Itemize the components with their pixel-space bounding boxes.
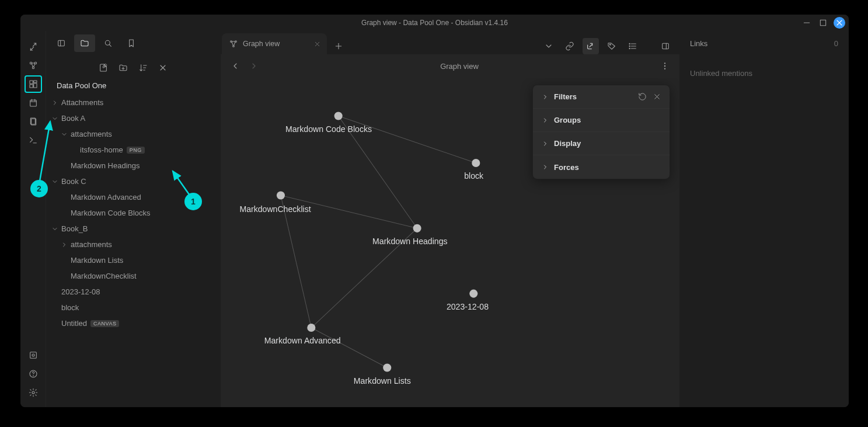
tree-item[interactable]: attachments (46, 237, 220, 252)
tree-item[interactable]: UntitledCANVAS (46, 315, 220, 331)
tree-item[interactable]: Book C (46, 173, 220, 189)
graph-node-label: block (464, 171, 484, 180)
search-tab[interactable] (97, 34, 118, 52)
tree-item-label: Markdown Advanced (71, 193, 141, 202)
more-options-button[interactable] (658, 60, 671, 72)
graph-node[interactable] (277, 191, 285, 199)
new-folder-button[interactable] (117, 61, 130, 74)
bookmarks-tab[interactable] (121, 34, 142, 52)
tab-dropdown-button[interactable] (541, 38, 557, 54)
tree-item[interactable]: block (46, 300, 220, 315)
tree-item[interactable]: Markdown Headings (46, 158, 220, 173)
tree-item-label: Attachments (61, 98, 103, 107)
chevron-down-icon[interactable] (60, 130, 68, 138)
tree-item-label: Markdown Lists (71, 256, 123, 265)
graph-node[interactable] (383, 363, 391, 372)
graph-panel-section[interactable]: Forces (533, 155, 670, 179)
graph-node[interactable] (334, 112, 343, 120)
links-count: 0 (834, 39, 838, 48)
quick-switcher-icon[interactable] (25, 38, 42, 55)
chevron-down-icon[interactable] (51, 178, 59, 186)
tree-item[interactable]: attachments (46, 126, 220, 142)
file-badge: CANVAS (90, 320, 119, 327)
settings-icon[interactable] (25, 384, 42, 401)
tree-item[interactable]: Book A (46, 110, 220, 126)
spacer (60, 193, 68, 202)
svg-point-18 (32, 391, 34, 394)
daily-note-icon[interactable] (25, 94, 42, 112)
outgoing-links-icon[interactable] (583, 38, 599, 54)
graph-node[interactable] (469, 290, 477, 298)
tree-item[interactable]: MarkdownChecklist (46, 268, 220, 284)
graph-panel-section-label: Filters (554, 92, 577, 101)
ribbon-bottom (20, 346, 46, 402)
tree-item[interactable]: 2023-12-08 (46, 284, 220, 300)
tab-graph-view[interactable]: Graph view (222, 33, 327, 54)
svg-point-38 (629, 43, 630, 44)
chevron-right-icon[interactable] (60, 241, 68, 249)
minimize-button[interactable] (801, 17, 813, 29)
chevron-down-icon[interactable] (51, 225, 59, 233)
chevron-down-icon[interactable] (51, 114, 59, 123)
window-controls (801, 17, 845, 29)
backlinks-icon[interactable] (562, 38, 578, 54)
close-icon[interactable] (653, 92, 661, 101)
command-palette-icon[interactable] (25, 131, 42, 149)
reset-icon[interactable] (638, 92, 647, 101)
graph-view-icon[interactable] (25, 57, 42, 74)
tree-item[interactable]: Markdown Lists (46, 252, 220, 268)
tree-item-label: block (61, 303, 79, 312)
chevron-right-icon[interactable] (51, 99, 59, 107)
maximize-button[interactable] (817, 17, 829, 29)
svg-rect-9 (33, 84, 36, 88)
files-tab[interactable] (74, 34, 95, 52)
graph-node[interactable] (472, 159, 480, 167)
annotation-callout: 1 (184, 193, 202, 210)
graph-edge (311, 328, 387, 367)
tree-item[interactable]: itsfoss-homePNG (46, 142, 220, 158)
help-icon[interactable] (25, 365, 42, 383)
svg-rect-19 (58, 40, 65, 46)
graph-node[interactable] (307, 324, 315, 332)
graph-panel-section[interactable]: Groups (533, 109, 670, 132)
collapse-sidebar-button[interactable] (51, 34, 72, 52)
tree-item-label: Book C (61, 177, 86, 186)
nav-forward-button[interactable] (247, 60, 260, 72)
unlinked-mentions-heading[interactable]: Unlinked mentions (690, 69, 838, 78)
tags-icon[interactable] (604, 38, 620, 54)
spacer (60, 272, 68, 280)
chevron-right-icon (541, 116, 549, 124)
tree-item-label: MarkdownChecklist (71, 272, 137, 280)
tree-item[interactable]: Book_B (46, 221, 220, 237)
obsidian-window: Graph view - Data Pool One - Obsidian v1… (20, 15, 849, 407)
right-sidebar-toggle[interactable] (657, 38, 674, 54)
graph-node[interactable] (413, 224, 421, 232)
nav-back-button[interactable] (229, 60, 242, 72)
templates-icon[interactable] (25, 113, 42, 130)
graph-panel-section[interactable]: Display (533, 132, 670, 155)
graph-canvas[interactable]: Markdown Code BlocksblockMarkdownCheckli… (221, 78, 679, 407)
canvas-icon[interactable] (25, 75, 42, 93)
close-tab-button[interactable] (313, 40, 321, 48)
svg-rect-8 (33, 81, 36, 82)
outline-icon[interactable] (625, 38, 641, 54)
annotation-callout: 2 (30, 180, 48, 197)
tree-item-label: attachments (71, 240, 112, 249)
file-explorer-toolbar (46, 55, 220, 78)
sort-button[interactable] (137, 61, 149, 74)
links-pane-header[interactable]: Links 0 (690, 39, 838, 48)
new-note-button[interactable] (97, 61, 110, 74)
collapse-all-button[interactable] (156, 61, 169, 74)
close-button[interactable] (834, 17, 845, 29)
graph-node-label: Markdown Headings (372, 237, 447, 246)
graph-node-label: 2023-12-08 (447, 302, 489, 311)
new-tab-button[interactable] (330, 38, 347, 54)
graph-panel-section[interactable]: Filters (533, 85, 670, 109)
main-area: Graph view Graph view (221, 31, 679, 407)
tree-item[interactable]: Attachments (46, 95, 220, 110)
svg-point-17 (33, 376, 33, 376)
ribbon-top (20, 38, 46, 150)
vault-icon[interactable] (25, 346, 42, 364)
links-heading: Links (690, 39, 707, 48)
chevron-right-icon (541, 163, 549, 171)
